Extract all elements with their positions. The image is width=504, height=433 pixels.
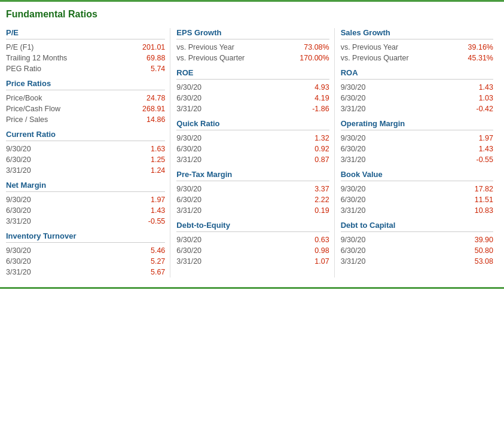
row-label: 6/30/20 [176, 246, 201, 255]
row-value: 11.51 [475, 196, 493, 204]
fundamental-ratios-panel: Fundamental Ratios P/EP/E (F1)201.01Trai… [0, 0, 504, 289]
row-value: 1.43 [479, 83, 493, 92]
table-row: 9/30/203.37 [176, 184, 329, 194]
row-value: 1.32 [314, 134, 329, 142]
row-label: 6/30/20 [341, 94, 366, 102]
row-label: 3/31/20 [176, 257, 201, 266]
row-value: 5.67 [151, 268, 165, 276]
row-value: 170.00% [300, 54, 329, 62]
table-row: 9/30/201.63 [6, 144, 165, 154]
table-row: 3/31/200.87 [176, 154, 329, 165]
section-title-2-1: ROA [341, 68, 493, 80]
section-title-0-4: Inventory Turnover [6, 231, 165, 243]
row-label: 9/30/20 [6, 145, 31, 153]
column-2: Sales Growthvs. Previous Year39.16%vs. P… [334, 28, 498, 278]
row-value: 1.25 [151, 155, 165, 164]
section-1-2: Quick Ratio9/30/201.326/30/200.923/31/20… [176, 119, 329, 165]
section-0-4: Inventory Turnover9/30/205.466/30/205.27… [6, 231, 165, 278]
row-label: 6/30/20 [6, 206, 31, 215]
row-value: 201.01 [142, 43, 165, 51]
table-row: 9/30/200.63 [176, 234, 329, 245]
table-row: 6/30/201.43 [341, 144, 493, 154]
row-label: Price/Cash Flow [6, 105, 60, 113]
row-label: 9/30/20 [176, 185, 201, 193]
table-row: vs. Previous Quarter45.31% [341, 53, 493, 63]
row-label: 6/30/20 [6, 155, 31, 164]
section-title-1-3: Pre-Tax Margin [176, 170, 329, 181]
table-row: 6/30/2050.80 [341, 245, 493, 256]
row-value: 1.97 [479, 134, 493, 142]
section-title-2-2: Operating Margin [341, 119, 493, 130]
row-label: 3/31/20 [6, 268, 31, 276]
row-value: 3.37 [314, 185, 329, 193]
row-value: 73.08% [304, 43, 329, 51]
row-value: 1.97 [151, 196, 165, 204]
table-row: 6/30/200.98 [176, 245, 329, 256]
section-title-2-3: Book Value [341, 170, 493, 181]
table-row: 3/31/20-0.42 [341, 103, 493, 114]
table-row: PEG Ratio5.74 [6, 63, 165, 74]
row-value: 17.82 [475, 185, 493, 193]
row-label: 9/30/20 [341, 236, 366, 244]
row-label: 9/30/20 [176, 83, 201, 92]
row-label: vs. Previous Quarter [176, 54, 245, 62]
section-2-4: Debt to Capital9/30/2039.906/30/2050.803… [341, 221, 493, 267]
table-row: 6/30/200.92 [176, 144, 329, 154]
row-value: 1.63 [151, 145, 165, 153]
row-value: 24.78 [146, 94, 165, 102]
table-row: 3/31/2053.08 [341, 256, 493, 267]
row-label: 9/30/20 [6, 196, 31, 204]
row-label: 9/30/20 [341, 185, 366, 193]
section-title-0-1: Price Ratios [6, 79, 165, 90]
section-0-0: P/EP/E (F1)201.01Trailing 12 Months69.88… [6, 28, 165, 74]
row-label: PEG Ratio [6, 65, 41, 73]
table-row: 6/30/201.25 [6, 154, 165, 165]
row-value: 4.93 [314, 83, 329, 92]
table-row: 3/31/20-1.86 [176, 103, 329, 114]
row-label: 3/31/20 [176, 206, 201, 215]
row-label: 3/31/20 [341, 105, 366, 113]
section-1-4: Debt-to-Equity9/30/200.636/30/200.983/31… [176, 221, 329, 267]
row-label: 6/30/20 [176, 94, 201, 102]
table-row: vs. Previous Year73.08% [176, 42, 329, 53]
section-0-1: Price RatiosPrice/Book24.78Price/Cash Fl… [6, 79, 165, 125]
table-row: 3/31/20-0.55 [341, 154, 493, 165]
section-title-0-0: P/E [6, 28, 165, 39]
row-label: 3/31/20 [341, 206, 366, 215]
row-label: 3/31/20 [176, 155, 201, 164]
section-1-1: ROE9/30/204.936/30/204.193/31/20-1.86 [176, 68, 329, 114]
section-title-2-4: Debt to Capital [341, 221, 493, 232]
row-label: Trailing 12 Months [6, 54, 67, 62]
section-title-1-2: Quick Ratio [176, 119, 329, 130]
table-row: vs. Previous Year39.16% [341, 42, 493, 53]
row-value: 50.80 [475, 246, 493, 255]
row-value: 39.16% [468, 43, 493, 51]
row-label: 9/30/20 [176, 134, 201, 142]
row-value: 268.91 [142, 105, 165, 113]
table-row: 6/30/205.27 [6, 256, 165, 267]
table-row: Price / Sales14.86 [6, 114, 165, 125]
table-row: 9/30/204.93 [176, 82, 329, 93]
section-title-0-2: Current Ratio [6, 130, 165, 141]
table-row: 6/30/202.22 [176, 194, 329, 205]
section-title-1-4: Debt-to-Equity [176, 221, 329, 232]
section-title-2-0: Sales Growth [341, 28, 493, 39]
row-value: 69.88 [146, 54, 165, 62]
row-value: 1.03 [479, 94, 493, 102]
row-label: Price/Book [6, 94, 42, 102]
row-value: -0.55 [148, 217, 166, 225]
page-title: Fundamental Ratios [6, 9, 498, 20]
table-row: 9/30/201.43 [341, 82, 493, 93]
row-value: 0.98 [314, 246, 329, 255]
row-value: 4.19 [314, 94, 329, 102]
table-row: 9/30/205.46 [6, 245, 165, 256]
row-label: vs. Previous Year [176, 43, 234, 51]
row-value: 1.43 [151, 206, 165, 215]
row-label: P/E (F1) [6, 43, 34, 51]
table-row: P/E (F1)201.01 [6, 42, 165, 53]
row-value: 0.19 [314, 206, 329, 215]
section-2-0: Sales Growthvs. Previous Year39.16%vs. P… [341, 28, 493, 63]
section-title-1-0: EPS Growth [176, 28, 329, 39]
row-label: 6/30/20 [6, 257, 31, 266]
column-0: P/EP/E (F1)201.01Trailing 12 Months69.88… [6, 28, 170, 278]
